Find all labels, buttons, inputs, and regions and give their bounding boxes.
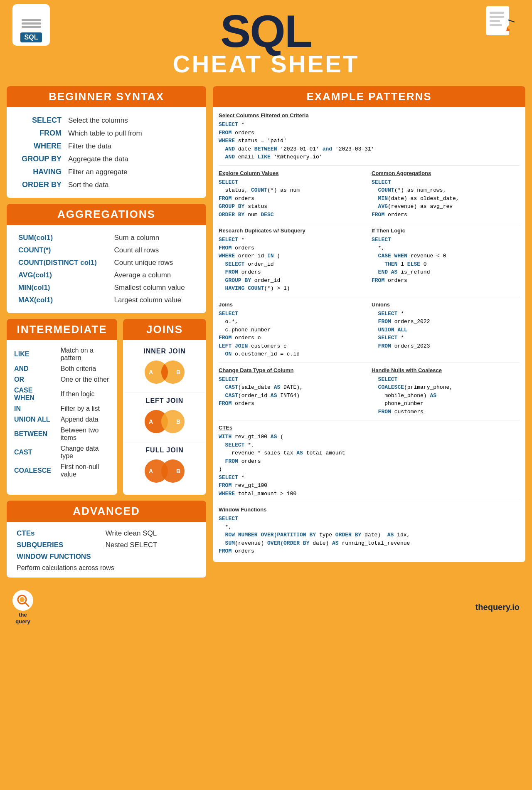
explore-col-title: Explore Column Values [219,170,367,176]
example-patterns-body: Select Columns Filtered on Criteria SELE… [213,107,525,562]
example-window-functions: Window Functions SELECT *, ROW_NUMBER OV… [219,506,520,555]
advanced-body: CTEs Write clean SQL SUBQUERIES Nested S… [7,522,206,578]
explore-col-code: SELECT status, COUNT(*) as num FROM orde… [219,178,367,219]
desc-from: Which table to pull from [65,127,198,140]
kw-ctes: CTEs [13,528,102,539]
left-column: BEGINNER SYNTAX SELECT Select the column… [7,86,206,578]
kw-and: AND [11,363,57,374]
keyword-orderby: ORDER BY [15,178,65,191]
left-join-venn: A B [140,407,190,436]
desc-sum: Sum a column [111,232,198,244]
svg-point-15 [161,410,185,433]
svg-point-24 [20,597,25,602]
example-patterns-header: EXAMPLE PATTERNS [213,86,525,107]
example-ctes: CTEs WITH rev_gt_100 AS ( SELECT *, reve… [219,425,520,502]
desc-and: Both criteria [57,363,113,374]
joins-card: JOINS INNER JOIN [123,319,206,495]
kw-coalesce: COALESCE [11,462,57,480]
advanced-header: ADVANCED [7,501,206,522]
advanced-table: CTEs Write clean SQL SUBQUERIES Nested S… [13,528,200,563]
aggregations-card: AGGREGATIONS SUM(col1) Sum a column COUN… [7,204,206,313]
full-join-label: FULL JOIN [127,447,202,454]
kw-in: IN [11,403,57,414]
desc-cast: Change data type [57,443,113,462]
table-row: COUNT(DISTINCT col1) Count unique rows [15,257,198,269]
kw-count-distinct: COUNT(DISTINCT col1) [15,257,111,269]
advanced-card: ADVANCED CTEs Write clean SQL SUBQUERIES… [7,501,206,578]
table-row: GROUP BY Aggregate the data [15,153,198,165]
desc-casewhen: If then logic [57,385,113,403]
right-column: EXAMPLE PATTERNS Select Columns Filtered… [213,86,525,578]
beginner-syntax-card: BEGINNER SYNTAX SELECT Select the column… [7,86,206,198]
desc-unionall: Append data [57,414,113,425]
desc-groupby: Aggregate the data [65,153,198,165]
svg-text:B: B [176,418,180,425]
table-row: WINDOW FUNCTIONS [13,551,200,563]
inner-join-venn: A B [140,358,190,387]
full-join-item: FULL JOIN A B [125,442,204,491]
window-fn-title: Window Functions [219,506,520,513]
aggregations-table: SUM(col1) Sum a column COUNT(*) Count al… [15,232,198,306]
kw-unionall: UNION ALL [11,414,57,425]
joins-ex-code: SELECT o.*, c.phone_number FROM orders o… [219,310,367,358]
kw-cast: CAST [11,443,57,462]
desc-coalesce: First non-null value [57,462,113,480]
intermediate-header: INTERMEDIATE [7,319,117,340]
footer-logo-icon [12,590,33,611]
inner-join-label: INNER JOIN [127,348,202,355]
unions-ex-title: Unions [372,301,520,308]
ex-select-filtered-code: SELECT * FROM orders WHERE status = 'pai… [219,121,520,161]
svg-text:A: A [149,418,153,425]
table-row: MAX(col1) Largest column value [15,294,198,306]
kw-casewhen: CASE WHEN [11,385,57,403]
change-dt-title: Change Data Type of Column [219,367,367,373]
example-select-filtered: Select Columns Filtered on Criteria SELE… [219,112,520,166]
table-row: ORDER BY Sort the data [15,178,198,191]
handle-nulls: Handle Nulls with Coalesce SELECT COALES… [372,367,520,416]
svg-text:A: A [149,468,153,474]
keyword-groupby: GROUP BY [15,153,65,165]
keyword-where: WHERE [15,140,65,153]
left-join-item: LEFT JOIN A B [125,393,204,442]
beginner-syntax-table: SELECT Select the columns FROM Which tab… [15,114,198,191]
desc-count: Count all rows [111,244,198,257]
common-agg-code: SELECT COUNT(*) as num_rows, MIN(date) a… [372,178,520,219]
unions-example: Unions SELECT * FROM orders_2022 UNION A… [372,301,520,358]
sql-badge: SQL [20,32,42,42]
desc-select: Select the columns [65,114,198,127]
unions-ex-code: SELECT * FROM orders_2022 UNION ALL SELE… [372,310,520,351]
table-row: CAST Change data type [11,443,113,462]
table-row: AND Both criteria [11,363,113,374]
table-row: WHERE Filter the data [15,140,198,153]
intermediate-joins-section: INTERMEDIATE LIKE Match on a pattern AND… [7,319,206,495]
table-row: MIN(col1) Smallest column value [15,281,198,294]
svg-rect-3 [490,20,500,22]
desc-having: Filter an aggregate [65,165,198,178]
left-join-label: LEFT JOIN [127,397,202,405]
change-datatype: Change Data Type of Column SELECT CAST(s… [219,367,367,416]
if-then-logic: If Then Logic SELECT *, CASE WHEN revenu… [372,227,520,293]
table-row: FROM Which table to pull from [15,127,198,140]
beginner-syntax-body: SELECT Select the columns FROM Which tab… [7,107,206,198]
table-row: SELECT Select the columns [15,114,198,127]
table-row: AVG(col1) Average a column [15,269,198,281]
research-duplicates: Research Duplicates w/ Subquery SELECT *… [219,227,367,293]
desc-subqueries: Nested SELECT [102,539,200,551]
keyword-having: HAVING [15,165,65,178]
table-row: SUBQUERIES Nested SELECT [13,539,200,551]
footer-logo: thequery [12,590,33,625]
desc-like: Match on a pattern [57,345,113,363]
desc-avg: Average a column [111,269,198,281]
table-row: COUNT(*) Count all rows [15,244,198,257]
common-agg-title: Common Aggregations [372,170,520,176]
kw-avg: AVG(col1) [15,269,111,281]
handle-nulls-code: SELECT COALESCE(primary_phone, mobile_ph… [372,375,520,416]
research-dup-code: SELECT * FROM orders WHERE order_id IN (… [219,236,367,293]
intermediate-body: LIKE Match on a pattern AND Both criteri… [7,340,117,485]
desc-ctes: Write clean SQL [102,528,200,539]
table-row: OR One or the other [11,374,113,385]
handle-nulls-title: Handle Nulls with Coalesce [372,367,520,373]
desc-max: Largest column value [111,294,198,306]
aggregations-body: SUM(col1) Sum a column COUNT(*) Count al… [7,225,206,313]
svg-text:B: B [176,468,180,474]
